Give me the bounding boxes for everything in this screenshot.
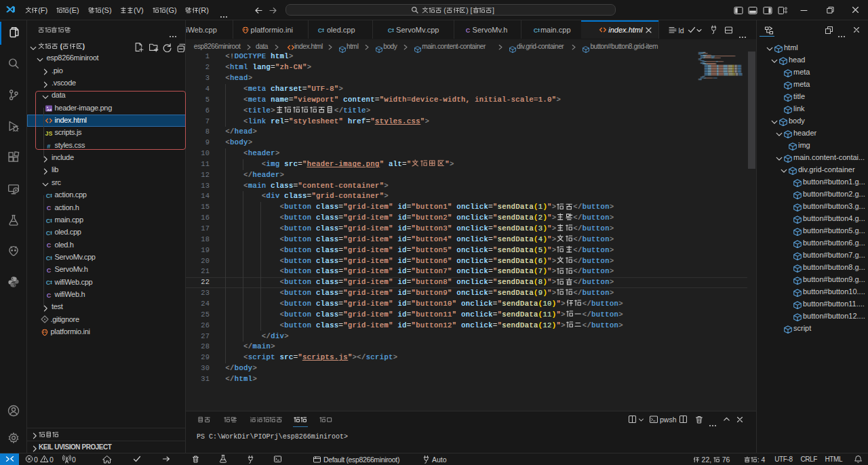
svg-text:C: C — [466, 26, 471, 33]
svg-text:C: C — [45, 230, 50, 237]
svg-text:C: C — [388, 26, 393, 33]
svg-text:C: C — [45, 279, 50, 286]
svg-text:C: C — [45, 217, 50, 224]
svg-text:C: C — [45, 192, 50, 199]
svg-text:C: C — [533, 26, 538, 33]
svg-text:C: C — [46, 291, 51, 298]
svg-text:C: C — [317, 26, 322, 33]
svg-text:C: C — [45, 254, 50, 261]
svg-text:C: C — [46, 205, 51, 211]
svg-text:C: C — [46, 267, 51, 274]
svg-text:C: C — [46, 242, 51, 249]
